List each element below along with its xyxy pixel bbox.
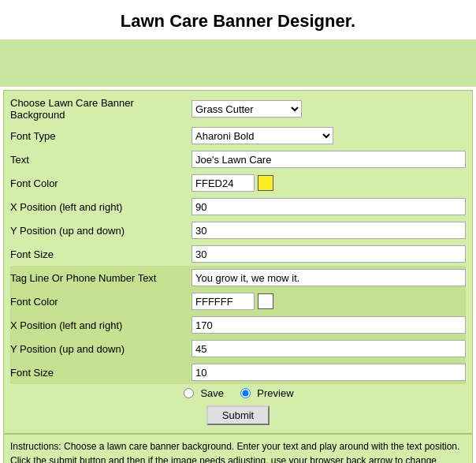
- background-select-wrapper: Grass Cutter Garden Flowers: [192, 100, 302, 118]
- font-color-input[interactable]: [192, 174, 255, 192]
- font-color-input-group: [192, 174, 273, 192]
- font-size2-row: Font Size: [10, 360, 466, 384]
- text-label: Text: [10, 154, 192, 166]
- submit-button[interactable]: Submit: [206, 405, 270, 425]
- font-type-select-wrapper: Aharoni Bold Arial Times New Roman: [192, 127, 333, 144]
- submit-row: Submit: [10, 402, 466, 430]
- font-size-row: Font Size: [10, 242, 466, 266]
- font-color-row: Font Color: [10, 171, 466, 195]
- font-size2-label: Font Size: [10, 367, 192, 379]
- form-container: Choose Lawn Care Banner Background Grass…: [3, 90, 473, 434]
- font-type-select[interactable]: Aharoni Bold Arial Times New Roman: [192, 127, 333, 144]
- x-position-row: X Position (left and right): [10, 195, 466, 218]
- font-size-input[interactable]: [192, 245, 466, 263]
- y-position-input[interactable]: [192, 222, 466, 239]
- font-color-label: Font Color: [10, 177, 192, 189]
- save-label: Save: [200, 387, 224, 399]
- text-row: Text: [10, 147, 466, 171]
- banner-preview: [0, 39, 476, 87]
- y-position2-row: Y Position (up and down): [10, 337, 466, 360]
- font-color2-row: Font Color: [10, 289, 466, 313]
- font-color2-input-group: [192, 293, 273, 310]
- font-color2-input[interactable]: [192, 293, 255, 310]
- y-position2-label: Y Position (up and down): [10, 343, 192, 355]
- radio-row: Save Preview: [10, 384, 466, 402]
- preview-radio[interactable]: [240, 388, 251, 398]
- preview-label: Preview: [257, 387, 293, 399]
- x-position2-row: X Position (left and right): [10, 313, 466, 337]
- y-position-row: Y Position (up and down): [10, 218, 466, 242]
- font-size2-input[interactable]: [192, 364, 466, 381]
- y-position2-input[interactable]: [192, 340, 466, 357]
- tagline-input[interactable]: [192, 269, 466, 286]
- background-row: Choose Lawn Care Banner Background Grass…: [10, 94, 466, 124]
- background-select[interactable]: Grass Cutter Garden Flowers: [192, 100, 302, 118]
- font-size-label: Font Size: [10, 248, 192, 260]
- tagline-row: Tag Line Or Phone Number Text: [10, 266, 466, 289]
- font-type-row: Font Type Aharoni Bold Arial Times New R…: [10, 124, 466, 147]
- x-position-input[interactable]: [192, 198, 466, 215]
- y-position-label: Y Position (up and down): [10, 225, 192, 237]
- tagline-label: Tag Line Or Phone Number Text: [10, 272, 192, 284]
- save-radio[interactable]: [184, 388, 194, 398]
- x-position-label: X Position (left and right): [10, 201, 192, 213]
- font-type-label: Font Type: [10, 130, 192, 142]
- instructions: Instructions: Choose a lawn care banner …: [3, 434, 473, 463]
- x-position2-input[interactable]: [192, 316, 466, 334]
- x-position2-label: X Position (left and right): [10, 319, 192, 331]
- font-color-swatch[interactable]: [258, 175, 273, 191]
- page-title: Lawn Care Banner Designer.: [0, 0, 476, 39]
- text-input[interactable]: [192, 151, 466, 168]
- background-label: Choose Lawn Care Banner Background: [10, 97, 192, 121]
- font-color2-swatch[interactable]: [258, 293, 273, 309]
- font-color2-label: Font Color: [10, 296, 192, 308]
